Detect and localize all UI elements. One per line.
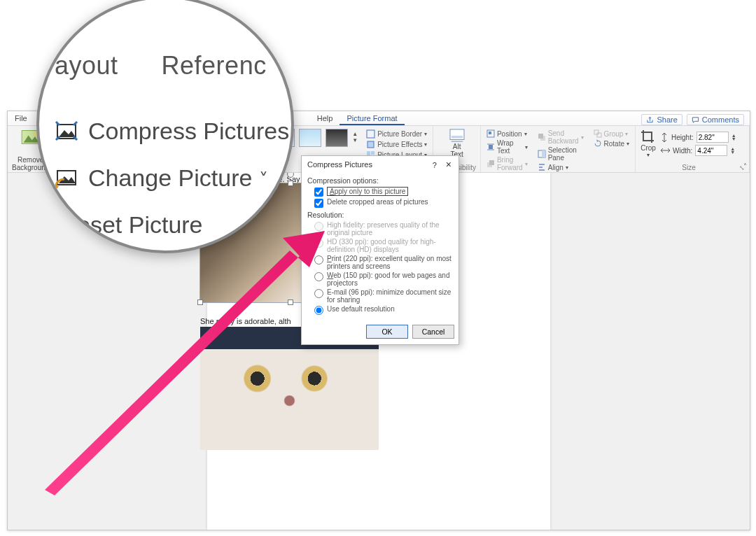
mag-compress-label: Compress Pictures xyxy=(88,110,289,153)
res-print[interactable]: Print (220 ppi): excellent quality on mo… xyxy=(314,255,453,270)
magnifier-callout: ayout Referenc Compress Pictures xyxy=(36,0,294,253)
picture-effects-button[interactable]: Picture Effects ▾ xyxy=(365,139,428,150)
wrap-label: Wrap Text xyxy=(497,139,523,155)
bring-forward-button: Bring Forward ▾ xyxy=(485,155,529,172)
rotate-button[interactable]: Rotate ▾ xyxy=(592,139,631,148)
style-thumb-4[interactable] xyxy=(326,129,348,147)
res-default[interactable]: Use default resolution xyxy=(314,305,453,315)
height-icon xyxy=(661,133,668,142)
dialog-help-button[interactable]: ? xyxy=(428,161,441,169)
group-icon xyxy=(594,129,602,138)
group-arrange: Position ▾ Wrap Text ▾ Bring Forward ▾ S… xyxy=(481,126,636,172)
apply-only-option[interactable]: Apply only to this picture xyxy=(314,187,453,197)
tab-help[interactable]: Help xyxy=(310,112,340,125)
align-label: Align xyxy=(548,164,564,171)
svg-rect-18 xyxy=(542,150,545,157)
group-button: Group ▾ xyxy=(592,129,631,139)
share-label: Share xyxy=(657,115,677,124)
mag-tab-layout: ayout xyxy=(55,43,118,89)
position-icon xyxy=(486,129,495,138)
width-label: Width: xyxy=(673,147,692,155)
group-size: Crop ▾ Height: ▲▼ Width: ▲▼ xyxy=(636,126,750,172)
picture-border-label: Picture Border xyxy=(377,130,422,138)
comments-button[interactable]: Comments xyxy=(687,114,744,125)
svg-marker-26 xyxy=(55,186,59,189)
share-icon xyxy=(646,116,654,124)
share-button[interactable]: Share xyxy=(641,114,682,125)
crop-button[interactable]: Crop ▾ xyxy=(640,129,657,158)
svg-marker-21 xyxy=(45,231,325,495)
comments-label: Comments xyxy=(702,115,739,124)
change-picture-icon xyxy=(55,167,78,190)
rotate-icon xyxy=(594,139,602,148)
crop-icon xyxy=(640,129,657,144)
send-backward-button: Send Backward ▾ xyxy=(536,129,585,146)
res-email[interactable]: E-mail (96 ppi): minimize document size … xyxy=(314,288,453,304)
height-spinner[interactable]: ▲▼ xyxy=(732,134,736,141)
svg-rect-6 xyxy=(371,151,374,155)
styles-gallery-more[interactable]: ▲▼ xyxy=(352,129,358,143)
bring-forward-icon xyxy=(486,160,495,168)
comment-icon xyxy=(692,116,699,124)
delete-cropped-label: Delete cropped areas of pictures xyxy=(327,198,428,206)
height-label: Height: xyxy=(671,134,694,141)
svg-rect-9 xyxy=(451,136,463,139)
svg-rect-20 xyxy=(597,133,601,137)
rotate-handle-icon[interactable] xyxy=(287,173,294,178)
dialog-close-button[interactable]: × xyxy=(443,159,454,170)
mag-tab-references: Referenc xyxy=(162,43,267,89)
bring-label: Bring Forward xyxy=(497,156,523,171)
compress-pictures-icon xyxy=(55,119,78,143)
size-group-label: Size xyxy=(640,164,738,171)
width-icon xyxy=(661,147,670,155)
tab-picture-format[interactable]: Picture Format xyxy=(340,112,404,125)
cancel-button[interactable]: Cancel xyxy=(412,325,454,339)
svg-rect-14 xyxy=(489,160,494,165)
send-label: Send Backward xyxy=(548,129,579,145)
width-spinner[interactable]: ▲▼ xyxy=(730,147,735,154)
wrap-text-button[interactable]: Wrap Text ▾ xyxy=(485,139,529,155)
crop-label: Crop xyxy=(640,144,656,152)
svg-rect-3 xyxy=(367,130,374,138)
align-icon xyxy=(538,163,546,171)
mag-change-label: Change Picture ˅ xyxy=(88,157,268,199)
picture-effects-icon xyxy=(366,140,375,149)
collapse-ribbon-icon[interactable]: ˄ xyxy=(743,162,747,170)
svg-rect-12 xyxy=(489,145,493,149)
res-highfidelity: High fidelity: preserves quality of the … xyxy=(314,221,453,237)
picture-border-button[interactable]: Picture Border ▾ xyxy=(365,129,428,139)
selection-label: Selection Pane xyxy=(548,146,584,162)
alt-text-icon xyxy=(449,129,465,143)
delete-cropped-option[interactable]: Delete cropped areas of pictures xyxy=(314,198,453,208)
ok-button[interactable]: OK xyxy=(366,325,408,339)
delete-cropped-checkbox[interactable] xyxy=(314,199,323,208)
align-button[interactable]: Align ▾ xyxy=(536,162,585,172)
rotate-label: Rotate xyxy=(604,140,624,148)
selection-pane-button[interactable]: Selection Pane xyxy=(536,146,585,162)
svg-rect-4 xyxy=(368,141,374,148)
compression-options-header: Compression options: xyxy=(307,176,453,185)
send-backward-icon xyxy=(538,133,546,141)
width-input[interactable] xyxy=(695,145,727,156)
position-label: Position xyxy=(497,130,522,138)
style-thumb-3[interactable] xyxy=(299,129,321,147)
selection-pane-icon xyxy=(538,150,546,158)
res-hd: HD (330 ppi): good quality for high-defi… xyxy=(314,238,453,253)
picture-border-icon xyxy=(366,129,375,139)
apply-only-checkbox[interactable] xyxy=(314,188,323,197)
svg-rect-16 xyxy=(538,134,543,139)
dialog-title: Compress Pictures xyxy=(307,160,372,169)
wrap-icon xyxy=(486,143,495,151)
svg-rect-11 xyxy=(489,132,491,134)
svg-rect-19 xyxy=(594,130,598,134)
res-web[interactable]: Web (150 ppi): good for web pages and pr… xyxy=(314,271,453,287)
height-input[interactable] xyxy=(696,132,729,143)
alt-text-button[interactable]: Alt Text xyxy=(449,129,465,158)
tab-file[interactable]: File xyxy=(8,112,34,125)
group-btn-label: Group xyxy=(604,130,624,138)
position-button[interactable]: Position ▾ xyxy=(485,129,529,139)
picture-effects-label: Picture Effects xyxy=(377,141,422,148)
